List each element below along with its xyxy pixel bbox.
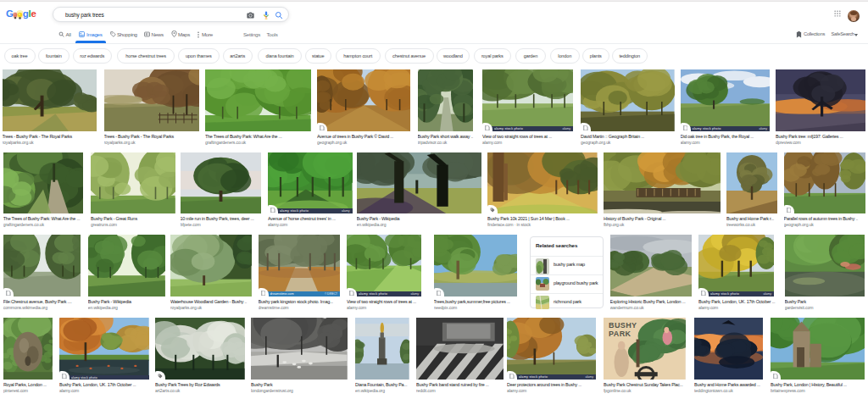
svg-text:BUSHY: BUSHY — [609, 321, 637, 330]
svg-text:PARK: PARK — [609, 330, 632, 338]
